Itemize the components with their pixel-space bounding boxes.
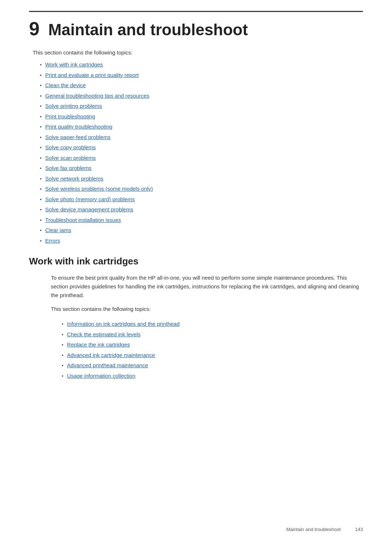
list-item: •Solve printing problems [40,102,363,110]
sub-link[interactable]: Usage information collection [67,372,135,380]
toc-link[interactable]: Solve photo (memory card) problems [45,195,135,204]
sub-link[interactable]: Information on ink cartridges and the pr… [67,320,180,328]
chapter-header: 9 Maintain and troubleshoot [29,19,363,39]
list-item: •Solve copy problems [40,143,363,152]
section-work-with-ink-cartridges: Work with ink cartridges To ensure the b… [29,256,363,380]
list-item: •Print and evaluate a print quality repo… [40,71,363,80]
page-container: 9 Maintain and troubleshoot This section… [0,0,392,413]
bullet-dot: • [40,72,42,79]
bullet-dot: • [40,113,42,121]
list-item: •Clear jams [40,226,363,235]
toc-link[interactable]: Solve wireless problems (some models onl… [45,185,153,193]
list-item: •Solve wireless problems (some models on… [40,185,363,193]
bullet-dot: • [62,321,64,328]
bullet-dot: • [40,82,42,89]
bullet-dot: • [40,196,42,203]
list-item: •Print quality troubleshooting [40,123,363,131]
toc-link[interactable]: Solve printing problems [45,102,102,110]
section1-body-text: To ensure the best print quality from th… [51,273,363,300]
list-item: •Print troubleshooting [40,113,363,121]
bullet-dot: • [62,362,64,369]
bullet-dot: • [62,341,64,349]
toc-link[interactable]: General troubleshooting tips and resourc… [45,92,150,100]
bullet-dot: • [40,186,42,193]
toc-link[interactable]: Solve fax problems [45,164,92,173]
list-item: •Check the estimated ink levels [62,331,363,339]
footer-section-name: Maintain and troubleshoot [286,527,341,532]
toc-link[interactable]: Solve scan problems [45,154,96,162]
list-item: •Solve fax problems [40,164,363,173]
top-border [29,11,363,12]
bullet-dot: • [40,155,42,162]
bullet-dot: • [40,61,42,69]
section1-heading: Work with ink cartridges [29,256,363,267]
toc-link[interactable]: Solve paper-feed problems [45,133,111,142]
toc-link[interactable]: Solve device management problems [45,206,134,214]
bullet-dot: • [40,175,42,183]
list-item: •Information on ink cartridges and the p… [62,320,363,328]
bullet-dot: • [62,373,64,380]
bullet-dot: • [62,352,64,359]
toc-link[interactable]: Errors [45,237,60,245]
toc-link[interactable]: Print quality troubleshooting [45,123,113,131]
list-item: •Solve paper-feed problems [40,133,363,142]
bullet-dot: • [40,238,42,245]
bullet-dot: • [40,123,42,131]
list-item: •Clean the device [40,81,363,90]
section1-body: To ensure the best print quality from th… [51,273,363,313]
list-item: •General troubleshooting tips and resour… [40,92,363,100]
bullet-dot: • [40,93,42,100]
list-item: •Advanced ink cartridge maintenance [62,351,363,360]
toc-link[interactable]: Solve network problems [45,175,103,183]
section1-sub-links: •Information on ink cartridges and the p… [62,320,363,380]
list-item: •Solve scan problems [40,154,363,162]
list-item: •Solve device management problems [40,206,363,214]
list-item: •Work with ink cartridges [40,61,363,69]
chapter-number: 9 [29,19,40,39]
bullet-dot: • [62,331,64,339]
sub-link[interactable]: Advanced printhead maintenance [67,361,148,370]
sub-link[interactable]: Advanced ink cartridge maintenance [67,351,155,360]
list-item: •Solve photo (memory card) problems [40,195,363,204]
list-item: •Troubleshoot installation issues [40,216,363,224]
bullet-dot: • [40,206,42,214]
chapter-title: Maintain and troubleshoot [48,21,248,39]
bullet-dot: • [40,227,42,234]
bullet-dot: • [40,103,42,110]
toc-list: •Work with ink cartridges•Print and eval… [40,61,363,245]
toc-link[interactable]: Clean the device [45,81,86,90]
list-item: •Errors [40,237,363,245]
sub-link[interactable]: Replace the ink cartridges [67,341,130,349]
toc-link[interactable]: Clear jams [45,226,72,235]
section1-intro-text: This section contains the following topi… [51,305,363,313]
toc-link[interactable]: Print and evaluate a print quality repor… [45,71,139,80]
bullet-dot: • [40,144,42,151]
list-item: •Solve network problems [40,175,363,183]
bullet-dot: • [40,134,42,141]
list-item: •Replace the ink cartridges [62,341,363,349]
bullet-dot: • [40,217,42,224]
toc-link[interactable]: Print troubleshooting [45,113,95,121]
footer-page-number: 143 [355,527,363,532]
toc-link[interactable]: Solve copy problems [45,143,96,152]
list-item: •Advanced printhead maintenance [62,361,363,370]
list-item: •Usage information collection [62,372,363,380]
bullet-dot: • [40,165,42,172]
footer: Maintain and troubleshoot 143 [286,527,363,532]
sub-link[interactable]: Check the estimated ink levels [67,331,141,339]
intro-text: This section contains the following topi… [33,49,363,56]
toc-link[interactable]: Work with ink cartridges [45,61,103,69]
toc-link[interactable]: Troubleshoot installation issues [45,216,121,224]
